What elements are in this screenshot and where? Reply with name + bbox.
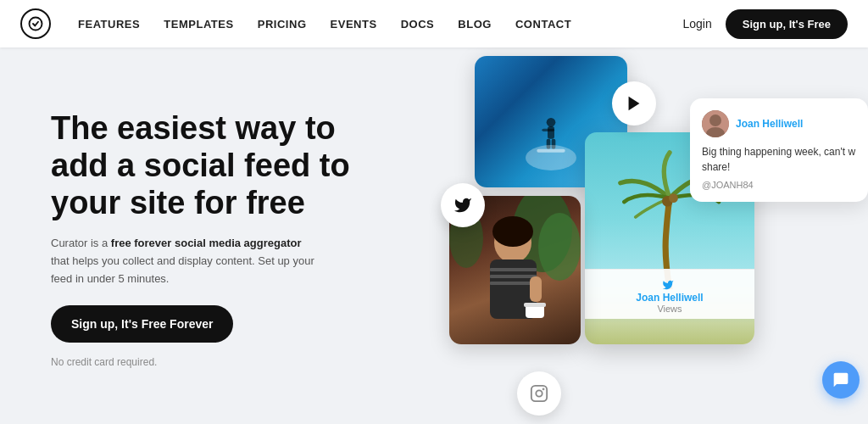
nav-links: FEATURES TEMPLATES PRICING EVENTS DOCS B… xyxy=(78,18,683,31)
tweet-avatar xyxy=(702,110,729,137)
tweet-header: Joan Helliwell xyxy=(702,110,856,137)
tweet-name: Joan Helliwell xyxy=(736,118,803,130)
svg-rect-6 xyxy=(552,139,556,149)
svg-marker-1 xyxy=(629,97,640,111)
navbar: FEATURES TEMPLATES PRICING EVENTS DOCS B… xyxy=(0,0,868,47)
nav-pricing[interactable]: PRICING xyxy=(258,18,307,31)
tweet-handle: @JOANH84 xyxy=(702,180,856,190)
nav-templates[interactable]: TEMPLATES xyxy=(164,18,233,31)
hero-left: The easiest way to add a social feed to … xyxy=(0,47,390,424)
hero-right: Joan Helliwell Views Joan Helliwell Big … xyxy=(390,47,868,424)
palm-card-name: Joan Helliwell xyxy=(585,292,754,304)
hero-section: The easiest way to add a social feed to … xyxy=(0,47,868,424)
svg-rect-5 xyxy=(547,139,551,149)
login-button[interactable]: Login xyxy=(683,17,712,31)
signup-button[interactable]: Sign up, It's Free xyxy=(726,9,848,39)
logo[interactable] xyxy=(20,8,51,39)
hero-title: The easiest way to add a social feed to … xyxy=(51,110,356,221)
svg-rect-15 xyxy=(490,282,537,285)
nav-features[interactable]: FEATURES xyxy=(78,18,140,31)
chat-bubble[interactable] xyxy=(822,361,860,399)
palm-card-label: Views xyxy=(585,304,754,314)
svg-rect-25 xyxy=(531,386,547,401)
svg-point-27 xyxy=(543,389,544,390)
svg-rect-16 xyxy=(530,276,542,302)
svg-point-2 xyxy=(547,118,556,127)
tweet-text: Big thing happening week, can't w share! xyxy=(702,144,856,175)
instagram-icon-circle xyxy=(517,371,561,416)
svg-rect-7 xyxy=(537,149,565,153)
svg-point-26 xyxy=(536,390,542,396)
svg-rect-13 xyxy=(490,268,537,271)
svg-rect-14 xyxy=(490,275,537,278)
subtitle-bold: free forever social media aggregator xyxy=(111,237,302,249)
svg-point-19 xyxy=(492,216,533,247)
nav-contact[interactable]: CONTACT xyxy=(515,18,571,31)
svg-point-21 xyxy=(669,193,678,203)
hero-note: No credit card required. xyxy=(51,356,356,368)
nav-docs[interactable]: DOCS xyxy=(401,18,435,31)
svg-rect-18 xyxy=(524,303,546,307)
svg-rect-3 xyxy=(548,126,554,139)
svg-point-23 xyxy=(709,114,721,126)
twitter-icon-circle xyxy=(441,183,485,227)
svg-point-9 xyxy=(538,213,581,281)
subtitle-plain: Curator is a xyxy=(51,237,111,249)
nav-events[interactable]: EVENTS xyxy=(331,18,377,31)
palm-card-footer: Joan Helliwell Views xyxy=(585,269,754,319)
navbar-actions: Login Sign up, It's Free xyxy=(683,9,848,39)
subtitle-rest: that helps you collect and display conte… xyxy=(51,254,314,285)
nav-blog[interactable]: BLOG xyxy=(458,18,492,31)
cta-button[interactable]: Sign up, It's Free Forever xyxy=(51,305,233,343)
svg-rect-4 xyxy=(542,129,554,131)
play-icon-circle xyxy=(612,81,656,126)
hero-subtitle: Curator is a free forever social media a… xyxy=(51,235,322,287)
tweet-card: Joan Helliwell Big thing happening week,… xyxy=(690,98,868,202)
